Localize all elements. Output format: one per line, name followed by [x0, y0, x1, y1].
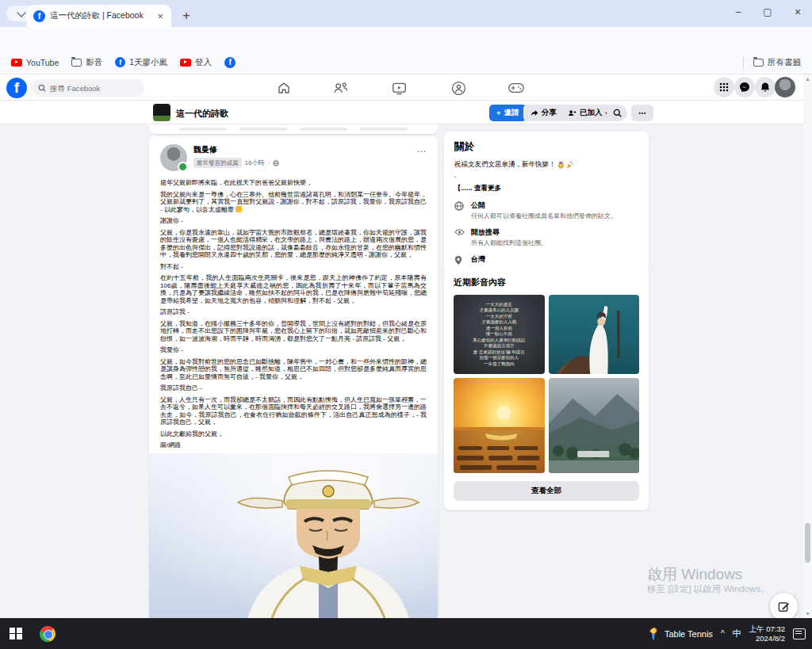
browser-tab[interactable]: f 這一代的詩歌 | Facebook ×: [27, 5, 171, 27]
author-name[interactable]: 魏曼修: [193, 144, 279, 155]
youtube-icon: [11, 59, 22, 67]
facebook-favicon: f: [33, 10, 45, 22]
group-search-button[interactable]: [607, 105, 627, 121]
messenger-button[interactable]: [734, 77, 755, 97]
media-heading: 近期影音內容: [454, 277, 639, 288]
group-avatar[interactable]: [153, 104, 170, 121]
messenger-icon: [739, 82, 750, 93]
folder-icon: [71, 59, 82, 67]
browser-tab-strip: f 這一代的詩歌 | Facebook × + – ▢ ×: [0, 0, 812, 27]
location-title: 台灣: [471, 254, 485, 265]
start-button[interactable]: [0, 618, 32, 649]
friends-icon: [333, 81, 349, 95]
window-maximize-button[interactable]: ▢: [753, 0, 782, 24]
search-input[interactable]: [50, 84, 137, 93]
post-image-deity[interactable]: [149, 453, 438, 632]
party-popper-emoji: [566, 162, 573, 169]
apps-grid-icon: [719, 82, 729, 92]
bookmark-facebook-profile[interactable]: f 1天廖小嵐: [110, 55, 172, 71]
bookmark-facebook[interactable]: f: [220, 55, 240, 71]
group-name[interactable]: 這一代的詩歌: [176, 108, 228, 120]
media-tile-sea-figure[interactable]: [549, 295, 640, 374]
facebook-logo[interactable]: f: [6, 78, 27, 98]
share-label: 分享: [542, 108, 557, 118]
all-bookmarks-button[interactable]: 所有書籤: [749, 55, 806, 71]
new-tab-button[interactable]: +: [178, 7, 195, 25]
visibility-title: 開放搜尋: [471, 227, 547, 238]
post-menu-icon[interactable]: ⋯: [416, 146, 427, 157]
date-text: 2024/8/2: [749, 634, 785, 643]
media-grid: 一天天的逝去 才會讓真心的人沉澱 一天天的守候 才會讓愛的人入戲 遇一個人容易 …: [454, 295, 639, 473]
share-button[interactable]: 分享: [523, 105, 564, 121]
tray-expand-button[interactable]: ^: [721, 629, 725, 638]
desktop: f 這一代的詩歌 | Facebook × + – ▢ × ← → facebo…: [0, 0, 812, 649]
home-tab[interactable]: [266, 78, 301, 98]
about-dot: .: [454, 171, 638, 179]
post-time[interactable]: 16小時: [245, 158, 265, 167]
author-avatar[interactable]: [160, 144, 187, 171]
windows-activation-watermark: 啟用 Windows: [647, 564, 742, 585]
poem-text: 一天天的逝去 才會讓真心的人沉澱 一天天的守候 才會讓愛的人入戲 遇一個人容易 …: [473, 302, 525, 368]
windows-taskbar: Table Tennis ^ 中 上午 07:32 2024/8/2: [0, 618, 812, 649]
bookmark-label: 影音: [86, 57, 102, 68]
post-paragraph: 我的父親向來是一尊佛，心在三界外。他前幾世當過諸葛孔明，和清朝某一任皇帝。今年龍…: [160, 191, 427, 214]
media-tile-mountain-lake[interactable]: [549, 378, 640, 473]
gaming-icon: [508, 82, 524, 94]
bookmark-login[interactable]: 登入: [175, 55, 216, 71]
notifications-button[interactable]: [755, 77, 776, 97]
media-tile-poem[interactable]: 一天天的逝去 才會讓真心的人沉澱 一天天的守候 才會讓愛的人入戲 遇一個人容易 …: [454, 295, 545, 374]
recent-media-card: 近期影音內容 一天天的逝去 才會讓真心的人沉澱 一天天的守候 才會讓愛的人入戲 …: [444, 268, 649, 510]
joined-label: 已加入: [580, 108, 603, 118]
privacy-title: 公開: [471, 200, 617, 211]
scroll-down-icon[interactable]: ▼: [803, 609, 812, 618]
friends-tab[interactable]: [324, 78, 358, 98]
location-row: 台灣: [454, 254, 638, 265]
gaming-tab[interactable]: [499, 78, 534, 98]
post-paragraph: 我原諒我自己 -: [160, 384, 427, 392]
scroll-up-icon[interactable]: ▲: [803, 74, 812, 83]
group-more-button[interactable]: ⋯: [631, 105, 653, 121]
window-minimize-button[interactable]: –: [724, 0, 753, 24]
bell-icon: [760, 82, 771, 93]
windows-activation-subtext: 移至 [設定] 以啟用 Windows。: [647, 583, 770, 595]
bookmark-label: YouTube: [26, 58, 59, 67]
post-paragraph: 父親，人生只有一次，而我卻總是不太聽話，而因此有點點懊悔，但人生已寬如一張單程票…: [160, 396, 427, 426]
taskbar-chrome-button[interactable]: [32, 618, 63, 649]
page-scrollbar[interactable]: ▲ ▼: [803, 74, 812, 618]
invite-button[interactable]: + 邀請: [489, 105, 527, 121]
watch-tab[interactable]: [381, 78, 416, 98]
ime-indicator[interactable]: 中: [733, 628, 741, 639]
post-paragraph: 我愛你 -: [160, 346, 427, 354]
media-tile-sunset-harbor[interactable]: [454, 378, 545, 473]
bookmark-label: 登入: [195, 57, 212, 68]
bookmark-youtube[interactable]: YouTube: [6, 55, 63, 70]
skeleton-pill: [179, 128, 227, 131]
all-bookmarks-label: 所有書籤: [768, 57, 801, 68]
compose-fab-button[interactable]: [770, 593, 798, 620]
account-avatar[interactable]: [775, 77, 795, 97]
facebook-search[interactable]: [32, 79, 144, 97]
news-widget[interactable]: Table Tennis: [649, 628, 713, 640]
medal-emoji: [557, 162, 565, 169]
taskbar-clock[interactable]: 上午 07:32 2024/8/2: [749, 624, 785, 643]
see-all-button[interactable]: 查看全部: [454, 481, 639, 501]
bookmark-folder-media[interactable]: 影音: [67, 55, 107, 71]
deity-figure-illustration: [149, 453, 438, 632]
youtube-icon: [180, 59, 191, 67]
groups-tab[interactable]: [441, 78, 476, 98]
skeleton-pill: [239, 128, 287, 131]
visibility-row: 開放搜尋 所有人都能找到這個社團。: [454, 227, 638, 247]
tab-close-icon[interactable]: ×: [155, 11, 165, 21]
skeleton-pill: [300, 128, 347, 131]
scrollbar-thumb[interactable]: [805, 523, 810, 563]
about-description: 祝福文友們文思泉湧，新年快樂！: [454, 160, 556, 170]
visibility-description: 所有人都能找到這個社團。: [471, 239, 547, 247]
window-close-button[interactable]: ×: [783, 0, 812, 24]
apps-menu-button[interactable]: [714, 77, 734, 97]
post-paragraph: 父親，我知道，在國小服務三十多年的你，曾開導我，世間上沒有絕對的對錯，但我心緒是…: [160, 320, 427, 343]
action-center-icon[interactable]: [793, 628, 806, 639]
mountain-lake-illustration: [549, 378, 640, 473]
search-icon: [613, 109, 622, 117]
see-more-link[interactable]: 【...... 查看更多: [454, 184, 638, 193]
torch-icon: [649, 628, 658, 640]
